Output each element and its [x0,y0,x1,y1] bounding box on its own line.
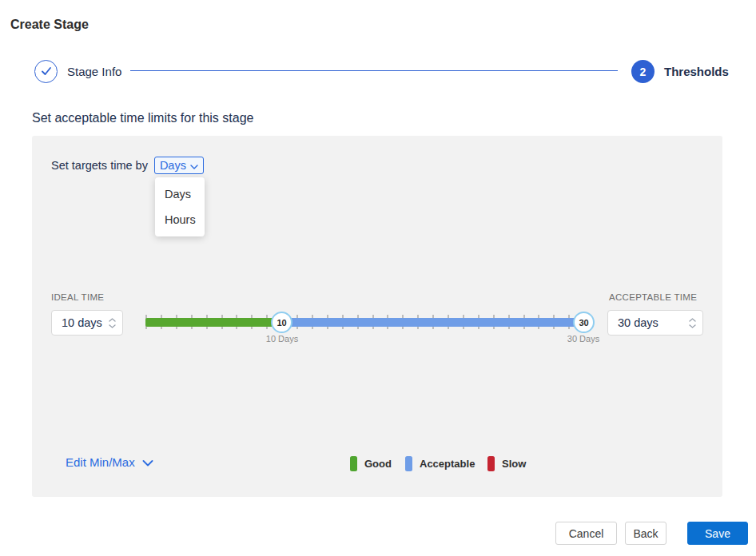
unit-dropdown-value: Days [160,159,186,172]
stepper-connector-line [130,70,618,71]
acceptable-time-label: ACCEPTABLE TIME [609,292,697,302]
step-number-circle: 2 [631,60,655,83]
legend-item-good: Good [350,456,392,471]
slider-segment-acceptable [281,318,592,327]
step-complete-circle [34,60,58,83]
legend-item-acceptable: Acceptable [405,456,475,471]
legend-label: Good [364,458,392,470]
unit-dropdown-trigger[interactable]: Days [154,157,204,174]
unit-option-days[interactable]: Days [155,181,205,207]
acceptable-time-value[interactable] [608,316,687,329]
targets-row: Set targets time by Days [51,157,204,174]
slider-max-caption: 30 Days [555,334,611,344]
ideal-time-input[interactable] [51,310,123,336]
slider-min-caption: 10 Days [254,334,310,344]
slider-handle-max[interactable]: 30 [573,312,595,333]
time-range-slider[interactable]: 10 30 10 Days 30 Days [145,308,595,345]
legend-swatch-slow [487,456,495,471]
stepper-step-thresholds[interactable]: 2 Thresholds [631,60,729,83]
save-button[interactable]: Save [687,522,748,545]
page-title: Create Stage [10,18,89,32]
chevron-up-icon [109,318,116,322]
cancel-button[interactable]: Cancel [555,522,617,545]
chevron-down-icon [109,324,116,328]
legend-swatch-good [350,456,357,471]
chevron-down-icon [142,455,153,469]
edit-minmax-link[interactable]: Edit Min/Max [66,455,153,469]
targets-label: Set targets time by [51,159,148,172]
thresholds-panel: Set targets time by Days Days Hours IDEA… [32,136,722,497]
slider-segment-good [145,318,281,327]
chevron-up-icon [689,318,696,322]
edit-minmax-label: Edit Min/Max [66,455,135,469]
legend-swatch-acceptable [405,456,412,471]
step-label: Stage Info [67,60,121,83]
acceptable-time-stepper[interactable] [687,318,702,328]
acceptable-time-input[interactable] [607,310,703,336]
section-heading: Set acceptable time limits for this stag… [32,111,253,125]
ideal-time-stepper[interactable] [107,318,122,328]
step-label: Thresholds [664,60,729,83]
ideal-time-value[interactable] [52,316,107,329]
unit-dropdown-menu: Days Hours [155,177,205,236]
unit-option-hours[interactable]: Hours [155,207,205,232]
slider-handle-min[interactable]: 10 [271,312,292,333]
stepper-step-stage-info[interactable]: Stage Info [34,60,121,83]
legend-label: Acceptable [420,458,475,470]
check-icon [41,65,52,79]
back-button[interactable]: Back [625,522,666,545]
legend-item-slow: Slow [487,456,526,471]
ideal-time-label: IDEAL TIME [51,292,104,302]
legend-label: Slow [502,458,526,470]
chevron-down-icon [190,159,198,172]
chevron-down-icon [689,324,696,328]
